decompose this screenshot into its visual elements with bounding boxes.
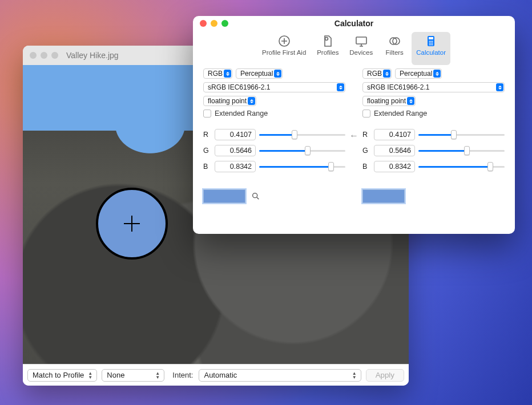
chevrons-icon	[248, 97, 255, 105]
right-space-select[interactable]: RGB	[362, 68, 392, 79]
checkbox-label: Extended Range	[374, 110, 427, 118]
right-profile-select[interactable]: sRGB IEC61966-2.1	[362, 82, 505, 92]
left-space-select[interactable]: RGB	[203, 68, 232, 79]
left-color-swatch	[203, 189, 245, 203]
calculator-body: RGB Perceptual sRGB IEC61966-2.1 floatin…	[193, 65, 515, 210]
intent-select-value: Automatic	[204, 371, 237, 379]
traffic-lights-inactive	[30, 52, 58, 59]
checkbox-icon	[203, 110, 211, 118]
select-arrows-icon: ▲▼	[154, 371, 162, 380]
toolbar-label: Profiles	[317, 49, 338, 56]
channel-label: G	[362, 147, 370, 155]
svg-point-13	[429, 44, 430, 46]
svg-point-7	[429, 41, 430, 42]
zoom-icon[interactable]	[51, 52, 58, 59]
chevrons-icon	[224, 70, 231, 78]
toolbar-label: Profile First Aid	[262, 49, 306, 56]
left-g-value-field[interactable]: 0.5646	[215, 145, 256, 156]
left-channel-row-g: G0.5646	[203, 145, 345, 156]
left-intent-select[interactable]: Perceptual	[236, 68, 283, 79]
image-window-footer: Match to Profile ▲▼ None ▲▼ Intent: Auto…	[23, 364, 409, 386]
svg-rect-2	[356, 37, 366, 44]
left-r-value-field[interactable]: 0.4107	[215, 129, 256, 140]
calculator-window-title: Calculator	[193, 19, 515, 28]
minimize-icon[interactable]	[41, 52, 47, 59]
right-intent-select[interactable]: Perceptual	[395, 68, 442, 79]
checkbox-label: Extended Range	[215, 110, 268, 118]
svg-point-1	[325, 38, 328, 40]
image-window-title: Valley Hike.jpg	[66, 51, 119, 60]
svg-point-16	[253, 193, 257, 198]
mode-select-value: Match to Profile	[33, 371, 84, 379]
intent-label: Intent:	[169, 371, 194, 379]
left-format-select[interactable]: floating point	[203, 96, 256, 106]
toolbar-profiles[interactable]: Profiles	[312, 32, 344, 65]
right-format-select[interactable]: floating point	[362, 96, 416, 106]
intent-select[interactable]: Automatic ▲▼	[199, 369, 361, 382]
toolbar-profile-first-aid[interactable]: Profile First Aid	[257, 32, 311, 65]
toolbar-label: Filters	[386, 49, 404, 56]
svg-point-9	[432, 41, 433, 42]
right-g-slider[interactable]	[418, 146, 505, 155]
toolbar-filters[interactable]: Filters	[378, 32, 410, 65]
select-arrows-icon: ▲▼	[350, 371, 358, 380]
right-b-value-field[interactable]: 0.8342	[374, 161, 415, 172]
left-g-slider[interactable]	[259, 146, 345, 155]
right-g-value-field[interactable]: 0.5646	[374, 145, 415, 156]
chevrons-icon	[496, 83, 503, 91]
toolbar-label: Calculator	[416, 49, 446, 56]
right-r-value-field[interactable]: 0.4107	[374, 129, 415, 140]
checkbox-icon	[362, 110, 370, 118]
left-channels: R0.4107G0.5646B0.8342	[203, 129, 345, 177]
right-column: RGB Perceptual sRGB IEC61966-2.1 floatin…	[362, 68, 505, 203]
calculator-titlebar[interactable]: Calculator	[193, 16, 515, 31]
left-b-slider[interactable]	[259, 162, 345, 171]
channel-label: G	[203, 147, 211, 155]
select-arrows-icon: ▲▼	[86, 371, 94, 380]
close-icon[interactable]	[30, 52, 37, 59]
left-profile-select[interactable]: sRGB IEC61966-2.1	[203, 82, 345, 92]
apply-button[interactable]: Apply	[366, 369, 404, 382]
right-channel-row-r: R0.4107	[362, 129, 505, 140]
left-channel-row-b: B0.8342	[203, 161, 345, 172]
channel-label: R	[203, 131, 211, 139]
svg-point-11	[430, 43, 432, 44]
toolbar-devices[interactable]: Devices	[345, 32, 377, 65]
toolbar-label: Devices	[349, 49, 373, 56]
svg-point-8	[430, 41, 432, 42]
right-r-slider[interactable]	[418, 130, 505, 139]
right-color-swatch	[362, 189, 405, 203]
toolbar-calculator[interactable]: Calculator	[412, 32, 450, 65]
svg-point-12	[432, 43, 433, 44]
chevrons-icon	[337, 83, 344, 91]
profile-select[interactable]: None ▲▼	[102, 369, 164, 382]
right-b-slider[interactable]	[418, 162, 505, 171]
right-channel-row-b: B0.8342	[362, 161, 505, 172]
channel-label: R	[362, 131, 370, 139]
color-loupe[interactable]	[96, 188, 168, 260]
left-extended-range-checkbox[interactable]: Extended Range	[203, 110, 345, 118]
calculator-toolbar: Profile First Aid Profiles Devices Filte…	[193, 31, 515, 65]
document-gear-icon	[321, 34, 334, 48]
mode-select[interactable]: Match to Profile ▲▼	[27, 369, 97, 382]
calculator-window: Calculator Profile First Aid Profiles De…	[193, 16, 515, 234]
display-icon	[354, 34, 368, 48]
chevrons-icon	[274, 70, 281, 78]
left-column: RGB Perceptual sRGB IEC61966-2.1 floatin…	[203, 68, 345, 203]
svg-point-15	[432, 44, 433, 46]
channel-label: B	[362, 163, 370, 171]
svg-rect-6	[429, 37, 433, 39]
left-b-value-field[interactable]: 0.8342	[215, 161, 256, 172]
right-channels: R0.4107G0.5646B0.8342	[362, 129, 505, 177]
chevrons-icon	[383, 70, 390, 78]
left-channel-row-r: R0.4107	[203, 129, 345, 140]
direction-arrow: ←	[345, 68, 362, 203]
chevrons-icon	[433, 70, 441, 78]
right-channel-row-g: G0.5646	[362, 145, 505, 156]
venn-icon	[388, 34, 401, 48]
right-extended-range-checkbox[interactable]: Extended Range	[362, 110, 505, 118]
svg-point-10	[429, 43, 430, 44]
plus-circle-icon	[277, 34, 291, 48]
left-r-slider[interactable]	[259, 130, 345, 139]
eyedropper-magnify-icon[interactable]	[251, 192, 260, 201]
